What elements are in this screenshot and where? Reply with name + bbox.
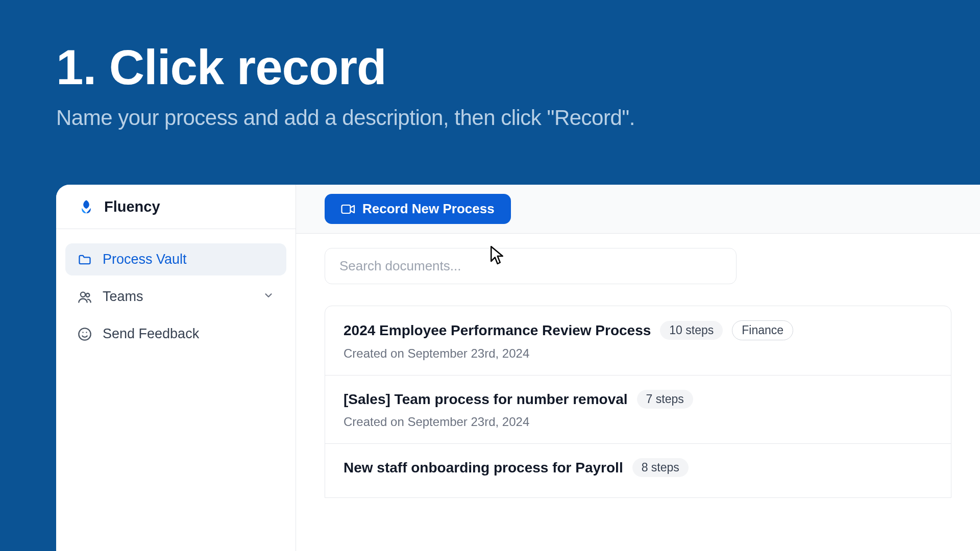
sidebar-nav: Process Vault Teams xyxy=(56,229,296,355)
brand: Fluency xyxy=(56,185,296,229)
document-title: New staff onboarding process for Payroll xyxy=(344,460,623,476)
record-button-label: Record New Process xyxy=(362,201,495,217)
document-list-item[interactable]: New staff onboarding process for Payroll… xyxy=(325,444,951,497)
document-row-header: 2024 Employee Performance Review Process… xyxy=(344,320,933,340)
sidebar-item-label: Teams xyxy=(103,289,252,305)
tag-badge: Finance xyxy=(732,320,793,340)
document-list-item[interactable]: [Sales] Team process for number removal … xyxy=(325,375,951,444)
document-list-item[interactable]: 2024 Employee Performance Review Process… xyxy=(325,306,951,375)
slide-subtitle: Name your process and add a description,… xyxy=(56,106,924,130)
sidebar-item-process-vault[interactable]: Process Vault xyxy=(65,243,286,276)
app-window: Fluency Process Vault xyxy=(56,185,980,551)
sidebar-item-teams[interactable]: Teams xyxy=(65,281,286,313)
document-row-header: [Sales] Team process for number removal … xyxy=(344,390,933,409)
steps-badge: 7 steps xyxy=(637,390,693,409)
svg-point-2 xyxy=(79,328,90,340)
sidebar-item-label: Process Vault xyxy=(103,252,274,267)
document-title: 2024 Employee Performance Review Process xyxy=(344,322,651,339)
chevron-down-icon xyxy=(263,289,274,305)
svg-point-1 xyxy=(86,293,89,297)
document-meta: Created on September 23rd, 2024 xyxy=(344,346,933,361)
record-new-process-button[interactable]: Record New Process xyxy=(325,194,511,224)
document-meta: Created on September 23rd, 2024 xyxy=(344,415,933,429)
toolbar: Record New Process xyxy=(296,185,980,234)
folder-icon xyxy=(78,253,92,267)
svg-rect-5 xyxy=(342,205,351,213)
slide-title: 1. Click record xyxy=(56,42,924,93)
document-list: 2024 Employee Performance Review Process… xyxy=(325,306,951,498)
sidebar-item-label: Send Feedback xyxy=(103,326,274,342)
brand-name: Fluency xyxy=(104,198,160,215)
steps-badge: 8 steps xyxy=(632,458,689,477)
users-icon xyxy=(78,290,92,304)
content-area: 2024 Employee Performance Review Process… xyxy=(296,234,980,498)
sidebar: Fluency Process Vault xyxy=(56,185,296,551)
smile-icon xyxy=(78,327,92,341)
video-icon xyxy=(341,204,355,215)
sidebar-item-send-feedback[interactable]: Send Feedback xyxy=(65,318,286,350)
steps-badge: 10 steps xyxy=(660,321,723,340)
main-content: Record New Process 2024 Employee Perform… xyxy=(296,185,980,551)
document-row-header: New staff onboarding process for Payroll… xyxy=(344,458,933,477)
search-input[interactable] xyxy=(325,248,737,284)
slide-header: 1. Click record Name your process and ad… xyxy=(0,0,980,151)
brand-logo-icon xyxy=(78,198,95,215)
svg-point-0 xyxy=(81,292,85,296)
document-title: [Sales] Team process for number removal xyxy=(344,391,628,408)
